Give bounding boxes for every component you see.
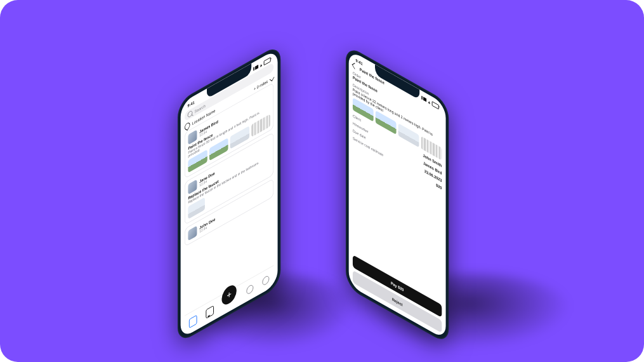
reject-button-label: Reject: [392, 297, 402, 307]
pay-button-label: Pay $20: [391, 281, 404, 292]
phone-right: 9:41 ▲ Paint the fence Order Paint the f…: [346, 44, 449, 345]
chevron-down-icon: [270, 76, 275, 81]
search-placeholder: Search: [195, 104, 206, 114]
search-icon: [188, 110, 193, 118]
phone-frame: 9:41 ▲ Paint the fence Order Paint the f…: [346, 44, 449, 345]
tab-home-icon[interactable]: [189, 315, 197, 328]
plus-icon: +: [227, 288, 231, 301]
signal-icon: [253, 65, 258, 71]
back-icon[interactable]: [352, 63, 358, 69]
tab-profile-icon[interactable]: [246, 283, 253, 295]
tab-settings-icon[interactable]: [262, 274, 269, 286]
avatar: [188, 225, 197, 241]
phone-screen: 9:41 ▲ Search Locat: [181, 49, 278, 339]
wifi-icon: ▲: [260, 62, 263, 67]
screen-content: 9:41 ▲ Search Locat: [181, 49, 278, 339]
signal-icon: [421, 96, 426, 102]
tab-chat-icon[interactable]: [206, 305, 213, 319]
client-label: Client: [353, 114, 361, 123]
stage: 9:41 ▲ Search Locat: [0, 0, 644, 362]
phone-screen: 9:41 ▲ Paint the fence Order Paint the f…: [349, 50, 446, 340]
screen-content: 9:41 ▲ Paint the fence Order Paint the f…: [349, 50, 446, 340]
wifi-icon: ▲: [428, 99, 431, 105]
